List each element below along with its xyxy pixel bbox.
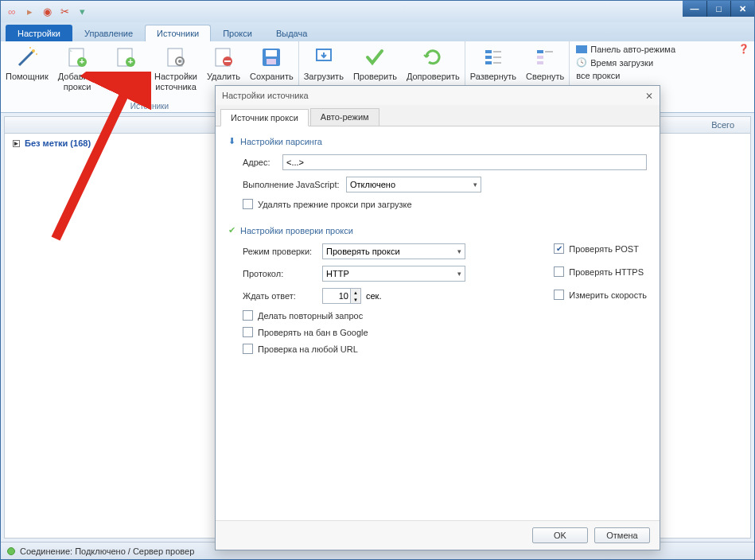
check-post-checkbox[interactable]: ✔ Проверять POST: [554, 243, 647, 254]
dialog-close-icon[interactable]: ⨯: [645, 90, 653, 101]
wizard-label: Помощник: [6, 72, 49, 82]
mode-select[interactable]: Проверять прокси: [322, 243, 465, 259]
check-label: Проверить: [353, 72, 397, 82]
delete-icon: [211, 45, 236, 70]
wait-label: Ждать ответ:: [243, 291, 322, 301]
tree-expander[interactable]: ▸: [13, 140, 20, 147]
collapse-button[interactable]: Свернуть: [521, 41, 569, 84]
protocol-select[interactable]: HTTP: [322, 266, 465, 282]
tab-management[interactable]: Управление: [72, 25, 145, 41]
delete-label: Удалить: [207, 72, 240, 82]
delete-button[interactable]: Удалить: [202, 41, 245, 84]
add-proxy-icon: +: [64, 45, 90, 70]
status-dot-icon: [7, 547, 15, 555]
section-check: ✔ Настройки проверки прокси: [228, 225, 647, 235]
js-select[interactable]: Отключено: [346, 177, 481, 192]
recheck-label: Допроверить: [407, 72, 460, 82]
clock-icon: 🕓: [576, 57, 587, 68]
checkbox-icon: [243, 344, 253, 354]
infinity-icon[interactable]: ∞: [6, 6, 18, 18]
svg-text:+: +: [128, 56, 133, 66]
tab-proxy[interactable]: Прокси: [211, 25, 264, 41]
svg-line-0: [19, 51, 33, 65]
checkbox-icon: [243, 327, 253, 337]
source-settings-label: Настройки источника: [154, 72, 197, 91]
check-url-checkbox[interactable]: Проверка на любой URL: [228, 344, 647, 354]
save-label: Сохранить: [250, 72, 294, 82]
download-label: Загрузить: [304, 72, 344, 82]
minimize-button[interactable]: —: [683, 1, 706, 17]
svg-rect-17: [266, 50, 277, 56]
svg-rect-21: [485, 56, 492, 59]
expand-button[interactable]: Развернуть: [465, 41, 521, 84]
tools-icon[interactable]: ✂: [58, 6, 71, 18]
wizard-button[interactable]: Помощник: [1, 41, 53, 84]
check-button[interactable]: Проверить: [348, 41, 402, 84]
wait-unit: сек.: [366, 291, 382, 301]
retry-checkbox[interactable]: Делать повторный запрос: [228, 310, 647, 321]
checkbox-icon: ✔: [554, 243, 564, 254]
delete-old-checkbox[interactable]: Удалять прежние прокси при загрузке: [228, 199, 647, 209]
tab-sources[interactable]: Источники: [145, 25, 211, 41]
source-settings-icon: [163, 45, 189, 70]
add-source-label: Добавить источник: [106, 72, 145, 91]
play-icon[interactable]: ▸: [23, 6, 36, 18]
mode-label: Режим проверки:: [243, 247, 322, 256]
spin-up-icon[interactable]: ▲: [351, 289, 360, 296]
add-source-button[interactable]: + Добавить источник: [101, 41, 150, 93]
section-parsing: ⬇ Настройки парсинга: [228, 136, 647, 146]
ribbon-tabs: Настройки Управление Источники Прокси Вы…: [1, 22, 754, 41]
close-button[interactable]: ✕: [730, 1, 754, 17]
svg-rect-15: [224, 60, 231, 62]
address-input[interactable]: [282, 154, 647, 170]
source-settings-dialog: Настройки источника ⨯ Источник прокси Ав…: [215, 85, 660, 550]
dropdown-icon[interactable]: ▾: [76, 6, 88, 18]
quick-access-toolbar: ∞ ▸ ◉ ✂ ▾: [6, 6, 88, 18]
dialog-title: Настройки источника: [222, 91, 309, 100]
download-button[interactable]: Загрузить: [299, 41, 348, 84]
record-icon[interactable]: ◉: [41, 6, 53, 18]
svg-rect-27: [537, 56, 543, 59]
check-https-checkbox[interactable]: Проверять HTTPS: [554, 266, 647, 277]
tab-auto-mode[interactable]: Авто-режим: [310, 108, 379, 126]
svg-point-2: [29, 47, 31, 49]
checkbox-icon: [554, 290, 564, 300]
ok-button[interactable]: OK: [532, 527, 588, 543]
maximize-button[interactable]: □: [706, 1, 730, 17]
wait-spinner[interactable]: ▲▼: [322, 288, 361, 304]
checkbox-icon: [243, 199, 253, 209]
js-label: Выполнение JavaScript:: [243, 180, 346, 189]
download-icon: [311, 45, 337, 70]
address-label: Адрес:: [243, 158, 282, 167]
add-proxy-button[interactable]: + Добавить прокси: [53, 41, 102, 93]
download-small-icon: ⬇: [228, 136, 235, 146]
dialog-body: ⬇ Настройки парсинга Адрес: Выполнение J…: [216, 126, 660, 520]
svg-point-1: [32, 49, 35, 52]
cancel-button[interactable]: Отмена: [594, 527, 650, 543]
recheck-button[interactable]: Допроверить: [402, 41, 465, 84]
panel-icon: [576, 45, 587, 53]
save-button[interactable]: Сохранить: [245, 41, 298, 84]
all-proxy[interactable]: все прокси: [576, 71, 675, 80]
load-time[interactable]: 🕓Время загрузки: [576, 57, 675, 68]
protocol-label: Протокол:: [243, 269, 322, 278]
svg-rect-26: [537, 50, 543, 53]
svg-rect-20: [485, 50, 492, 53]
save-icon: [259, 45, 284, 70]
col-total: Всего: [695, 120, 750, 130]
check-icon: [362, 45, 387, 70]
tab-settings[interactable]: Настройки: [6, 25, 72, 41]
panel-auto-mode[interactable]: Панель авто-режима: [576, 45, 675, 54]
spin-down-icon[interactable]: ▼: [351, 296, 360, 303]
measure-speed-checkbox[interactable]: Измерить скорость: [554, 290, 647, 300]
svg-point-12: [178, 60, 181, 63]
status-text: Соединение: Подключено / Сервер провер: [20, 546, 194, 556]
source-settings-button[interactable]: Настройки источника: [150, 41, 202, 93]
dialog-tabs: Источник прокси Авто-режим: [216, 105, 660, 126]
checkbox-icon: [243, 310, 253, 321]
help-icon[interactable]: ❓: [738, 44, 749, 54]
wait-input[interactable]: [322, 288, 351, 304]
tab-proxy-source[interactable]: Источник прокси: [220, 109, 309, 126]
check-google-checkbox[interactable]: Проверять на бан в Google: [228, 327, 647, 337]
tab-output[interactable]: Выдача: [264, 25, 319, 41]
